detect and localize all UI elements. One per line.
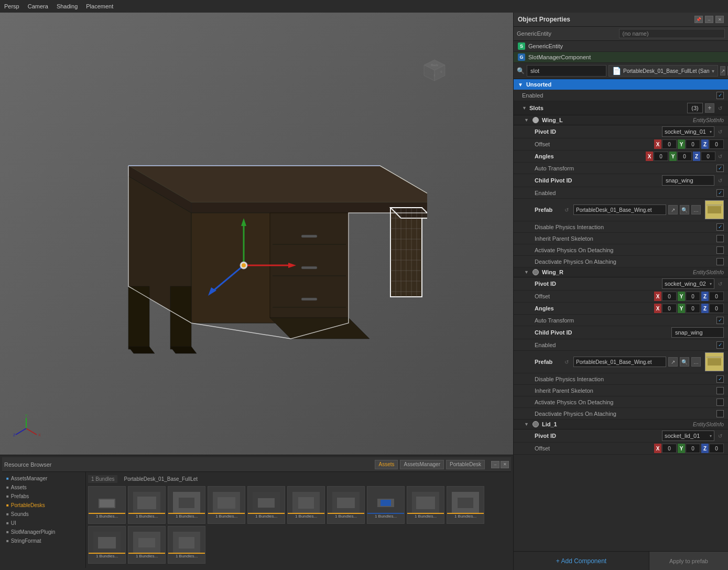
asset-item[interactable]: 1 Bundles... bbox=[128, 526, 166, 564]
wing-r-prefab-dots[interactable]: … bbox=[691, 357, 701, 367]
menu-shading[interactable]: Shading bbox=[57, 3, 78, 9]
asset-item[interactable]: 1 Bundles... bbox=[128, 486, 166, 524]
asset-item[interactable]: 1 Bundles... bbox=[287, 486, 325, 524]
wing-r-pivot-dropdown[interactable]: socket_wing_02 ▾ bbox=[662, 278, 714, 289]
panel-close-btn[interactable]: ✕ bbox=[715, 16, 724, 23]
sidebar-prefabs[interactable]: ■ Prefabs bbox=[2, 492, 85, 501]
menu-persp[interactable]: Persp bbox=[4, 3, 19, 9]
wing-l-disable-physics-checkbox[interactable] bbox=[716, 223, 724, 231]
wing-r-deactivate-physics-checkbox[interactable] bbox=[716, 410, 724, 417]
browser-close-btn[interactable]: ✕ bbox=[501, 461, 509, 468]
viewport-cube-gizmo[interactable]: Back F S bbox=[419, 55, 450, 86]
lid-1-offset-x-input[interactable] bbox=[662, 444, 677, 453]
wing-l-offset-y-input[interactable] bbox=[686, 139, 700, 149]
wing-r-childpivot-field[interactable]: snap_wing bbox=[671, 327, 724, 338]
asset-item[interactable]: 1 Bundles... bbox=[407, 486, 444, 524]
wing-r-prefab-field[interactable]: PortableDesk_01_Base_Wing.et bbox=[573, 357, 666, 367]
asset-item[interactable]: 1 Bundles... bbox=[168, 486, 205, 524]
add-component-button[interactable]: + Add Component bbox=[514, 552, 649, 570]
entity-value[interactable]: (no name) bbox=[619, 29, 725, 38]
wing-l-activate-physics-checkbox[interactable] bbox=[716, 246, 724, 254]
asset-item[interactable]: 1 Bundles... bbox=[88, 526, 126, 564]
lid-1-offset-z-input[interactable] bbox=[709, 444, 724, 453]
apply-prefab-button[interactable]: Apply to prefab bbox=[649, 552, 728, 570]
browser-tab-portable[interactable]: PortableDesk bbox=[446, 460, 485, 469]
wing-l-offset-z-input[interactable] bbox=[709, 139, 724, 149]
wing-l-autotransform-checkbox[interactable] bbox=[716, 165, 724, 172]
wing-r-enabled-checkbox[interactable] bbox=[716, 341, 724, 349]
wing-r-angles-x-input[interactable] bbox=[662, 304, 677, 313]
wing-r-angles-y-input[interactable] bbox=[686, 304, 700, 313]
slots-add-btn[interactable]: + bbox=[705, 103, 714, 113]
wing-l-inherit-skeleton-checkbox[interactable] bbox=[716, 235, 724, 242]
open-external-btn[interactable]: ↗ bbox=[720, 66, 725, 76]
menu-placement[interactable]: Placement bbox=[86, 3, 113, 9]
wing-r-disable-physics-checkbox[interactable] bbox=[716, 375, 724, 383]
search-input[interactable] bbox=[527, 65, 606, 77]
asset-item[interactable]: 1 Bundles... bbox=[447, 486, 484, 524]
browser-tab-assets[interactable]: Assets bbox=[375, 460, 398, 469]
properties-scroll-area[interactable]: ▼ Unsorted Enabled ▼ Slots (3) + ↺ bbox=[514, 79, 728, 551]
slot-manager-component[interactable]: G SlotManagerComponent bbox=[514, 52, 728, 63]
wing-r-inherit-skeleton-checkbox[interactable] bbox=[716, 387, 724, 394]
wing-l-offset-x-input[interactable] bbox=[662, 139, 677, 149]
wing-r-offset-y-input[interactable] bbox=[686, 292, 700, 301]
wing-r-offset-x-input[interactable] bbox=[662, 292, 677, 301]
wing-r-offset-z-input[interactable] bbox=[709, 292, 724, 301]
sidebar-slotmanager[interactable]: ■ SlotManagerPlugin bbox=[2, 528, 85, 536]
wing-r-angles-z-input[interactable] bbox=[709, 304, 724, 313]
lid-1-offset-y-input[interactable] bbox=[686, 444, 700, 453]
asset-item[interactable]: 1 Bundles... bbox=[168, 526, 205, 564]
sidebar-sounds[interactable]: ■ Sounds bbox=[2, 510, 85, 519]
menu-camera[interactable]: Camera bbox=[28, 3, 48, 9]
sidebar-stringformat[interactable]: ■ StringFormat bbox=[2, 536, 85, 545]
asset-item[interactable]: 1 Bundles... bbox=[367, 486, 405, 524]
wing-l-prefab-external[interactable]: ↗ bbox=[668, 205, 678, 214]
wing-l-enabled-checkbox[interactable] bbox=[716, 189, 724, 197]
panel-min-btn[interactable]: – bbox=[705, 16, 713, 23]
wing-r-pivot-reset[interactable]: ↺ bbox=[716, 280, 724, 287]
wing-l-prefab-field[interactable]: PortableDesk_01_Base_Wing.et bbox=[573, 205, 666, 215]
wing-l-prefab-dots[interactable]: … bbox=[691, 205, 701, 214]
asset-item[interactable]: 1 Bundles... bbox=[247, 486, 285, 524]
wing-r-header[interactable]: ▼ Wing_R EntitySlotInfo bbox=[514, 267, 728, 277]
slots-section[interactable]: ▼ Slots (3) + ↺ bbox=[514, 101, 728, 115]
wing-l-childpivot-reset[interactable]: ↺ bbox=[716, 177, 724, 184]
asset-item[interactable]: 1 Bundles... bbox=[88, 486, 126, 524]
wing-l-pivot-dropdown[interactable]: socket_wing_01 ▾ bbox=[662, 126, 714, 137]
wing-l-prefab-reset-top[interactable]: ↺ bbox=[563, 206, 570, 213]
sidebar-assets[interactable]: ■ Assets bbox=[2, 483, 85, 492]
wing-r-activate-physics-checkbox[interactable] bbox=[716, 399, 724, 406]
browser-tab-manager[interactable]: AssetsManager bbox=[400, 460, 443, 469]
panel-pin-btn[interactable]: 📌 bbox=[694, 16, 703, 23]
wing-r-autotransform-checkbox[interactable] bbox=[716, 317, 724, 324]
sidebar-ui[interactable]: ■ UI bbox=[2, 519, 85, 528]
asset-item[interactable]: 1 Bundles... bbox=[327, 486, 365, 524]
wing-l-angles-x-input[interactable] bbox=[654, 152, 668, 161]
unsorted-category[interactable]: ▼ Unsorted bbox=[514, 79, 728, 90]
enabled-checkbox[interactable] bbox=[716, 92, 724, 99]
wing-l-prefab-search[interactable]: 🔍 bbox=[680, 205, 689, 214]
wing-l-angles-y-input[interactable] bbox=[677, 152, 692, 161]
asset-item[interactable]: 1 Bundles... bbox=[208, 486, 245, 524]
browser-min-btn[interactable]: – bbox=[491, 461, 499, 468]
wing-r-prefab-reset-top[interactable]: ↺ bbox=[563, 358, 570, 365]
wing-r-prefab-external[interactable]: ↗ bbox=[668, 357, 678, 367]
wing-l-header[interactable]: ▼ Wing_L EntitySlotInfo bbox=[514, 115, 728, 125]
prefab-selector[interactable]: 📄 PortableDesk_01_Base_FullLet (San ▾ bbox=[609, 65, 718, 77]
wing-l-childpivot-field[interactable]: snap_wing bbox=[662, 175, 714, 186]
slots-reset-btn[interactable]: ↺ bbox=[716, 104, 724, 112]
wing-l-angles-z-input[interactable] bbox=[701, 152, 715, 161]
generic-entity-component[interactable]: S GenericEntity bbox=[514, 41, 728, 52]
sidebar-portabledesks[interactable]: ■ PortableDesks bbox=[2, 501, 85, 510]
wing-l-deactivate-physics-checkbox[interactable] bbox=[716, 258, 724, 265]
viewport-3d[interactable]: Back F S Y X Z bbox=[0, 13, 513, 455]
lid-1-pivot-reset[interactable]: ↺ bbox=[716, 432, 724, 439]
lid-1-header[interactable]: ▼ Lid_1 EntitySlotInfo bbox=[514, 420, 728, 429]
sidebar-assetsmanager[interactable]: ■ AssetsManager bbox=[2, 474, 85, 483]
wing-l-angles-reset[interactable]: ↺ bbox=[716, 153, 724, 160]
slots-count[interactable]: (3) bbox=[687, 103, 703, 113]
lid-1-pivot-dropdown[interactable]: socket_lid_01 ▾ bbox=[662, 431, 714, 441]
wing-l-pivot-reset[interactable]: ↺ bbox=[716, 128, 724, 135]
wing-r-prefab-search[interactable]: 🔍 bbox=[680, 357, 689, 367]
